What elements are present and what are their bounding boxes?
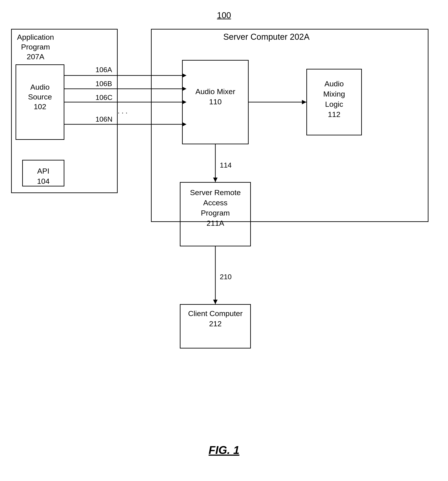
audio-mixing-logic-label: Audio Mixing Logic 112 [308,79,360,120]
audio-source-label: Audio Source 102 [18,82,62,112]
figure-label: FIG. 1 [209,444,240,457]
label-210: 210 [220,273,232,281]
diagram-container: 100 Application Program 207A Audio Sourc… [0,0,448,481]
client-computer-label: Client Computer 212 [182,308,249,329]
api-label: API 104 [24,166,63,187]
server-remote-label: Server Remote Access Program 211A [182,188,249,228]
svg-marker-13 [213,300,218,304]
audio-mixer-label: Audio Mixer 110 [184,87,247,107]
app-program-label: Application Program 207A [13,32,58,62]
label-dots: · · · [118,109,127,117]
diagram-title: 100 [217,11,231,20]
server-computer-label: Server Computer 202A [200,32,333,42]
